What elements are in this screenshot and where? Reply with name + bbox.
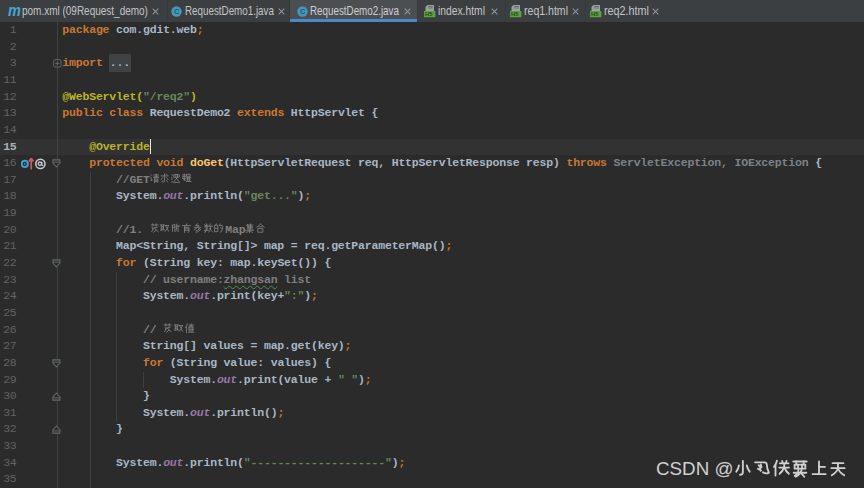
svg-text:C: C bbox=[173, 7, 179, 16]
svg-text:H5: H5 bbox=[511, 11, 519, 17]
svg-text:H5: H5 bbox=[425, 11, 433, 17]
svg-text:C: C bbox=[299, 7, 305, 16]
svg-text:H5: H5 bbox=[591, 11, 599, 17]
